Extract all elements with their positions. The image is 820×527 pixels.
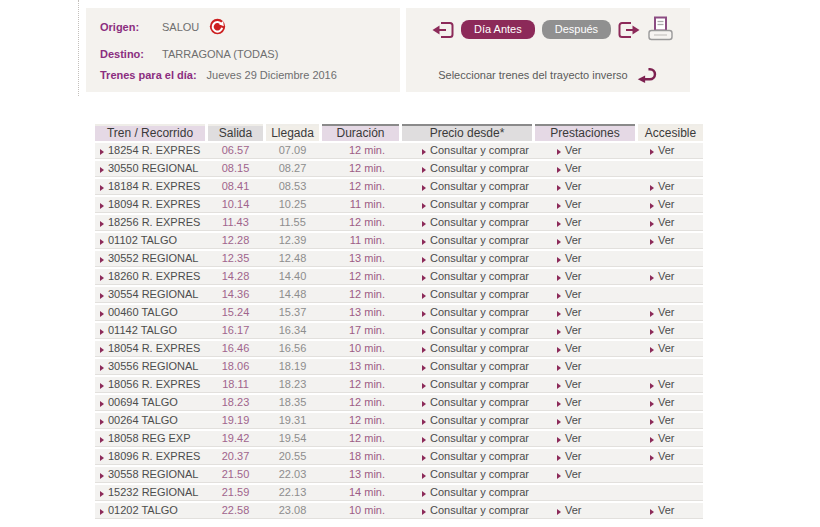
- arrow-bullet-icon: [422, 491, 426, 497]
- train-link[interactable]: 18094 R. EXPRES: [95, 197, 205, 212]
- train-link[interactable]: 30554 REGIONAL: [95, 287, 205, 302]
- prestaciones-ver-link[interactable]: Ver: [557, 162, 582, 174]
- train-link[interactable]: 01142 TALGO: [95, 323, 205, 338]
- train-link[interactable]: 30558 REGIONAL: [95, 467, 205, 482]
- prestaciones-ver-link[interactable]: Ver: [557, 252, 582, 264]
- train-link[interactable]: 00264 TALGO: [95, 413, 205, 428]
- prestaciones-ver-link[interactable]: Ver: [557, 378, 582, 390]
- prestaciones-ver-link[interactable]: Ver: [557, 504, 582, 516]
- table-row: 18054 R. EXPRES 16.46 16.56 10 min. Cons…: [95, 341, 703, 357]
- prestaciones-ver-link[interactable]: Ver: [557, 234, 582, 246]
- consultar-comprar-link[interactable]: Consultar y comprar: [402, 197, 532, 212]
- train-link[interactable]: 01202 TALGO: [95, 503, 205, 518]
- prestaciones-ver-link[interactable]: Ver: [557, 198, 582, 210]
- prestaciones-ver-link[interactable]: Ver: [557, 288, 582, 300]
- consultar-comprar-link[interactable]: Consultar y comprar: [402, 413, 532, 428]
- accesible-ver-link[interactable]: Ver: [650, 504, 675, 516]
- consultar-comprar-link[interactable]: Consultar y comprar: [402, 449, 532, 464]
- accesible-ver-link[interactable]: Ver: [650, 414, 675, 426]
- next-day-arrow-icon[interactable]: [618, 21, 640, 39]
- reverse-route-link[interactable]: Seleccionar trenes del trayecto inverso: [406, 66, 690, 84]
- duration: 12 min.: [322, 179, 399, 194]
- train-link[interactable]: 15232 REGIONAL: [95, 485, 205, 500]
- train-link[interactable]: 18054 R. EXPRES: [95, 341, 205, 356]
- consultar-comprar-link[interactable]: Consultar y comprar: [402, 431, 532, 446]
- consultar-comprar-link[interactable]: Consultar y comprar: [402, 287, 532, 302]
- train-link[interactable]: 18056 R. EXPRES: [95, 377, 205, 392]
- consultar-comprar-link[interactable]: Consultar y comprar: [402, 395, 532, 410]
- train-link[interactable]: 18260 R. EXPRES: [95, 269, 205, 284]
- train-link[interactable]: 30552 REGIONAL: [95, 251, 205, 266]
- train-link[interactable]: 18254 R. EXPRES: [95, 143, 205, 158]
- prestaciones-ver-link[interactable]: Ver: [557, 270, 582, 282]
- consultar-comprar-link[interactable]: Consultar y comprar: [402, 377, 532, 392]
- train-link[interactable]: 18184 R. EXPRES: [95, 179, 205, 194]
- prestaciones-ver-link[interactable]: Ver: [557, 306, 582, 318]
- duration: 17 min.: [322, 323, 399, 338]
- previous-day-arrow-icon[interactable]: [432, 21, 454, 39]
- prestaciones-ver-link[interactable]: Ver: [557, 450, 582, 462]
- accesible-ver-link[interactable]: Ver: [650, 144, 675, 156]
- prestaciones-ver-link[interactable]: Ver: [557, 396, 582, 408]
- consultar-comprar-label: Consultar y comprar: [430, 306, 529, 318]
- consultar-comprar-link[interactable]: Consultar y comprar: [402, 341, 532, 356]
- train-link[interactable]: 18096 R. EXPRES: [95, 449, 205, 464]
- ver-label: Ver: [658, 342, 675, 354]
- consultar-comprar-link[interactable]: Consultar y comprar: [402, 269, 532, 284]
- accesible-ver-link[interactable]: Ver: [650, 396, 675, 408]
- consultar-comprar-label: Consultar y comprar: [430, 198, 529, 210]
- consultar-comprar-link[interactable]: Consultar y comprar: [402, 233, 532, 248]
- accesible-ver-link[interactable]: Ver: [650, 450, 675, 462]
- consultar-comprar-link[interactable]: Consultar y comprar: [402, 161, 532, 176]
- accesible-cell: Ver: [638, 305, 703, 320]
- train-link[interactable]: 18058 REG EXP: [95, 431, 205, 446]
- consultar-comprar-link[interactable]: Consultar y comprar: [402, 143, 532, 158]
- prestaciones-ver-link[interactable]: Ver: [557, 414, 582, 426]
- accesible-ver-link[interactable]: Ver: [650, 306, 675, 318]
- train-link[interactable]: 00460 TALGO: [95, 305, 205, 320]
- train-link[interactable]: 18256 R. EXPRES: [95, 215, 205, 230]
- accesible-ver-link[interactable]: Ver: [650, 180, 675, 192]
- consultar-comprar-link[interactable]: Consultar y comprar: [402, 179, 532, 194]
- consultar-comprar-link[interactable]: Consultar y comprar: [402, 305, 532, 320]
- prestaciones-ver-link[interactable]: Ver: [557, 360, 582, 372]
- accesible-ver-link[interactable]: Ver: [650, 342, 675, 354]
- consultar-comprar-link[interactable]: Consultar y comprar: [402, 323, 532, 338]
- prestaciones-ver-link[interactable]: Ver: [557, 342, 582, 354]
- train-link[interactable]: 30556 REGIONAL: [95, 359, 205, 374]
- consultar-comprar-label: Consultar y comprar: [430, 162, 529, 174]
- accesible-ver-link[interactable]: Ver: [650, 378, 675, 390]
- accesible-ver-link[interactable]: Ver: [650, 198, 675, 210]
- change-origin-icon[interactable]: [209, 18, 226, 35]
- consultar-comprar-link[interactable]: Consultar y comprar: [402, 215, 532, 230]
- train-link[interactable]: 30550 REGIONAL: [95, 161, 205, 176]
- table-row: 30556 REGIONAL 18.06 18.19 13 min. Consu…: [95, 359, 703, 375]
- print-icon[interactable]: [647, 16, 674, 45]
- arrow-bullet-icon: [100, 347, 104, 353]
- accesible-ver-link[interactable]: Ver: [650, 270, 675, 282]
- consultar-comprar-link[interactable]: Consultar y comprar: [402, 359, 532, 374]
- prestaciones-ver-link[interactable]: Ver: [557, 216, 582, 228]
- accesible-ver-link[interactable]: Ver: [650, 216, 675, 228]
- consultar-comprar-link[interactable]: Consultar y comprar: [402, 503, 532, 518]
- prestaciones-ver-link[interactable]: Ver: [557, 432, 582, 444]
- day-before-button[interactable]: Día Antes: [461, 20, 535, 39]
- accesible-cell: Ver: [638, 467, 703, 482]
- ver-label: Ver: [565, 414, 582, 426]
- table-row: 30550 REGIONAL 08.15 08.27 12 min. Consu…: [95, 161, 703, 177]
- day-after-button[interactable]: Después: [542, 20, 611, 39]
- prestaciones-ver-link[interactable]: Ver: [557, 468, 582, 480]
- accesible-ver-link[interactable]: Ver: [650, 324, 675, 336]
- accesible-ver-link[interactable]: Ver: [650, 234, 675, 246]
- prestaciones-ver-link[interactable]: Ver: [557, 144, 582, 156]
- consultar-comprar-link[interactable]: Consultar y comprar: [402, 251, 532, 266]
- arrow-bullet-icon: [557, 203, 561, 209]
- arrow-bullet-icon: [557, 167, 561, 173]
- consultar-comprar-link[interactable]: Consultar y comprar: [402, 485, 532, 500]
- train-link[interactable]: 00694 TALGO: [95, 395, 205, 410]
- consultar-comprar-link[interactable]: Consultar y comprar: [402, 467, 532, 482]
- accesible-ver-link[interactable]: Ver: [650, 432, 675, 444]
- prestaciones-ver-link[interactable]: Ver: [557, 324, 582, 336]
- train-link[interactable]: 01102 TALGO: [95, 233, 205, 248]
- prestaciones-ver-link[interactable]: Ver: [557, 180, 582, 192]
